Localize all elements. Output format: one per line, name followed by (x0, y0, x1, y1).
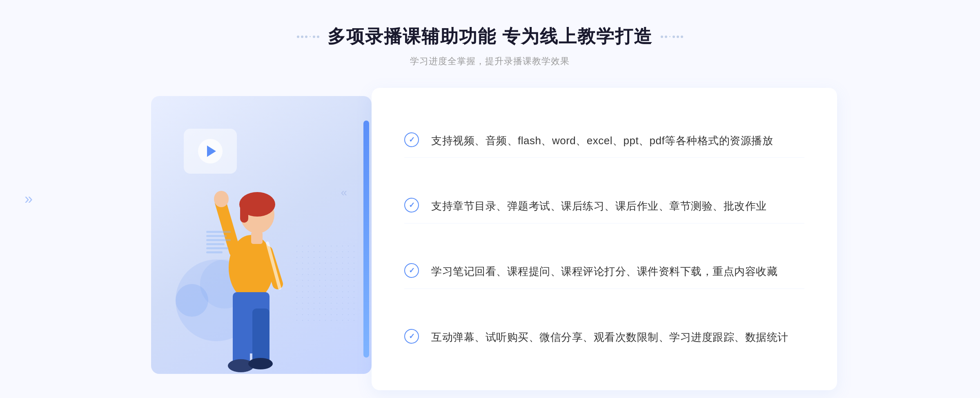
page-container: » 多项录播课辅助功能 专为线上教学打造 学习进度全掌握，提升录播课教学效果 (0, 0, 980, 398)
feature-text-2: 支持章节目录、弹题考试、课后练习、课后作业、章节测验、批改作业 (431, 198, 767, 215)
check-mark-1: ✓ (409, 136, 415, 143)
content-area: « (143, 88, 837, 390)
svg-point-7 (214, 191, 229, 207)
header-section: 多项录播课辅助功能 专为线上教学打造 学习进度全掌握，提升录播课教学效果 (297, 25, 683, 67)
left-illustration-panel: « (143, 88, 380, 382)
check-icon-4: ✓ (404, 329, 419, 344)
feature-text-4: 互动弹幕、试听购买、微信分享、观看次数限制、学习进度跟踪、数据统计 (431, 329, 788, 346)
check-icon-3: ✓ (404, 263, 419, 278)
check-mark-4: ✓ (409, 333, 415, 340)
page-title: 多项录播课辅助功能 专为线上教学打造 (327, 25, 653, 49)
features-panel: ✓ 支持视频、音频、flash、word、excel、ppt、pdf等各种格式的… (372, 88, 837, 390)
stripe-decoration (206, 231, 231, 253)
check-icon-2: ✓ (404, 198, 419, 212)
feature-item-2: ✓ 支持章节目录、弹题考试、课后练习、课后作业、章节测验、批改作业 (404, 190, 804, 224)
check-mark-2: ✓ (409, 201, 415, 209)
title-deco-right (661, 36, 683, 38)
check-mark-3: ✓ (409, 267, 415, 274)
svg-rect-3 (240, 202, 248, 223)
title-row: 多项录播课辅助功能 专为线上教学打造 (297, 25, 683, 49)
small-circle-decoration-left (176, 284, 208, 317)
check-icon-1: ✓ (404, 132, 419, 147)
left-chevron-decoration: » (24, 190, 33, 208)
svg-point-12 (248, 358, 273, 369)
illustration-background: « (151, 96, 372, 374)
svg-rect-9 (233, 309, 250, 366)
title-deco-left (297, 36, 319, 38)
feature-text-1: 支持视频、音频、flash、word、excel、ppt、pdf等各种格式的资源… (431, 132, 773, 150)
feature-text-3: 学习笔记回看、课程提问、课程评论打分、课件资料下载，重点内容收藏 (431, 263, 777, 280)
page-subtitle: 学习进度全掌握，提升录播课教学效果 (297, 55, 683, 67)
svg-rect-4 (251, 232, 263, 244)
blue-accent-bar (363, 121, 369, 358)
feature-item-1: ✓ 支持视频、音频、flash、word、excel、ppt、pdf等各种格式的… (404, 124, 804, 158)
person-illustration (176, 129, 331, 374)
svg-rect-10 (252, 309, 270, 366)
feature-item-4: ✓ 互动弹幕、试听购买、微信分享、观看次数限制、学习进度跟踪、数据统计 (404, 321, 804, 354)
feature-item-3: ✓ 学习笔记回看、课程提问、课程评论打分、课件资料下载，重点内容收藏 (404, 255, 804, 289)
inner-chevrons-decoration: « (341, 186, 347, 199)
